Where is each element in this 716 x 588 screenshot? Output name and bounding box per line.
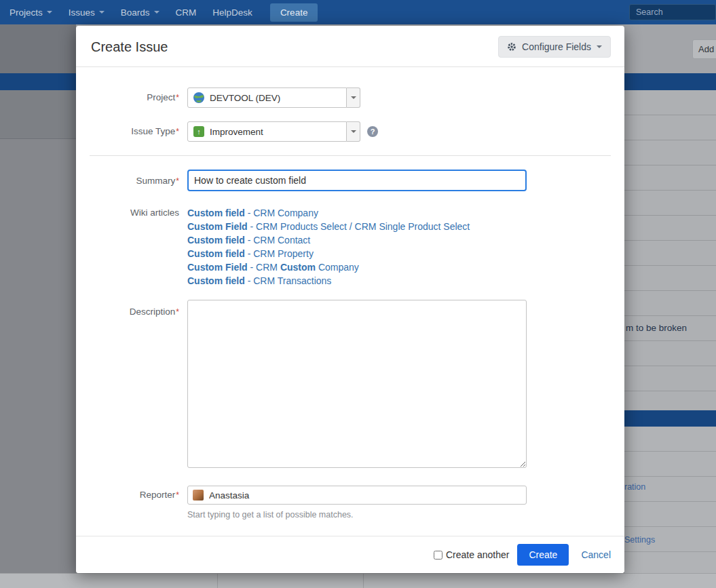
chevron-down-icon [351,130,356,133]
wiki-link-segment: Custom Field [187,221,248,232]
wiki-link-segment: - CRM Transactions [245,275,332,286]
background-gadget-header-bar [624,410,716,427]
issue-type-select-dropdown-button[interactable] [347,121,360,142]
required-marker: * [176,176,179,186]
navbar-create-button[interactable]: Create [270,3,318,22]
field-row-reporter: Reporter* Start typing to get a list of … [90,486,611,520]
wiki-link-segment: Custom field [187,275,245,286]
chevron-down-icon [351,96,356,99]
reporter-label: Reporter* [90,486,179,520]
background-gadget-rows [624,90,716,410]
reporter-input[interactable] [209,490,521,501]
background-link-configuration: ration [624,482,645,492]
nav-item-boards[interactable]: Boards [113,0,168,24]
dialog-body: Project* DEVTOOL (DEV) [76,67,624,536]
wiki-articles-label: Wiki articles [90,206,179,288]
nav-item-projects[interactable]: Projects [1,0,60,24]
nav-item-helpdesk[interactable]: HelpDesk [204,0,261,24]
chevron-down-icon [47,11,52,14]
wiki-link-segment: Custom field [187,208,245,218]
project-avatar-globe-icon [193,92,204,103]
wiki-article-link[interactable]: Custom field - CRM Property [187,247,470,260]
field-row-wiki-articles: Wiki articles Custom field - CRM Company… [90,206,611,288]
navbar-search [629,4,716,20]
project-select-value[interactable]: DEVTOOL (DEV) [187,87,347,108]
required-marker: * [176,307,179,317]
background-table-divider [217,573,218,588]
navbar-search-input[interactable] [629,4,716,20]
background-gadget-rows-lower [624,427,716,573]
nav-item-label: Issues [69,7,95,18]
description-label: Description* [90,300,179,468]
configure-fields-button[interactable]: Configure Fields [498,36,611,58]
wiki-links: Custom field - CRM CompanyCustom Field -… [187,206,470,288]
reporter-help-text: Start typing to get a list of possible m… [187,510,527,520]
nav-item-crm[interactable]: CRM [168,0,205,24]
background-left-panel-block [0,90,76,139]
wiki-link-segment: - CRM Products Select / CRM Single Produ… [248,221,470,232]
field-row-project: Project* DEVTOOL (DEV) [90,87,611,108]
wiki-link-segment: Custom field [187,235,245,246]
wiki-article-link[interactable]: Custom Field - CRM Products Select / CRM… [187,220,470,233]
background-table-divider [363,573,364,588]
field-row-description: Description* [90,300,611,468]
chevron-down-icon [597,45,602,48]
issue-type-help-icon[interactable]: ? [367,126,378,137]
top-navbar: Projects Issues Boards CRM HelpDesk Crea… [0,0,716,24]
create-another-label: Create another [446,549,509,560]
wiki-article-link[interactable]: Custom field - CRM Company [187,206,470,220]
project-select-dropdown-button[interactable] [347,87,360,108]
jira-screen: Projects Issues Boards CRM HelpDesk Crea… [0,0,716,588]
background-bottom-strip [0,573,716,588]
form-section-divider [90,155,611,156]
required-marker: * [176,93,179,102]
issue-type-select-value[interactable]: ↑ Improvement [187,121,347,142]
reporter-field[interactable] [187,486,527,505]
wiki-article-link[interactable]: Custom Field - CRM Custom Company [187,260,470,274]
create-button[interactable]: Create [517,544,569,566]
create-another-option[interactable]: Create another [434,549,509,560]
background-row-text-fragment: m to be broken [626,323,687,333]
wiki-link-segment: - CRM Property [245,248,314,259]
nav-item-label: Boards [121,7,150,18]
background-left-panel [0,90,76,573]
issue-type-select: ↑ Improvement [187,121,360,142]
wiki-link-segment: Custom [280,262,316,273]
nav-item-label: Projects [10,7,43,18]
nav-item-issues[interactable]: Issues [60,0,113,24]
wiki-link-segment: - CRM Company [245,208,318,218]
nav-item-label: HelpDesk [212,7,252,18]
wiki-link-segment: Custom Field [187,262,248,273]
summary-label: Summary* [90,170,179,193]
nav-item-label: CRM [176,7,197,18]
required-marker: * [176,127,179,136]
summary-input[interactable] [187,170,527,191]
field-row-issue-type: Issue Type* ↑ Improvement ? [90,121,611,142]
description-textarea[interactable] [187,300,527,468]
wiki-link-segment: - CRM Contact [245,235,310,246]
cancel-link[interactable]: Cancel [581,549,611,560]
wiki-link-segment: - CRM [248,262,280,273]
background-header-band-left [0,24,76,73]
configure-fields-label: Configure Fields [522,41,591,52]
improvement-icon: ↑ [193,126,204,137]
chevron-down-icon [154,11,159,14]
chevron-down-icon [99,11,105,14]
wiki-link-segment: Custom field [187,248,245,259]
dialog-header: Create Issue Configure Fields [76,26,624,67]
issue-type-select-text: Improvement [210,127,263,137]
project-select-text: DEVTOOL (DEV) [210,93,280,103]
field-row-summary: Summary* [90,170,611,193]
wiki-article-link[interactable]: Custom field - CRM Contact [187,233,470,247]
gear-icon [507,42,516,52]
dialog-footer: Create another Create Cancel [76,536,624,573]
required-marker: * [176,490,179,500]
dialog-title: Create Issue [91,39,168,55]
wiki-link-segment: Company [316,262,359,273]
issue-type-label: Issue Type* [90,121,179,142]
project-label: Project* [90,87,179,108]
create-another-checkbox[interactable] [434,551,442,560]
wiki-article-link[interactable]: Custom field - CRM Transactions [187,274,470,288]
project-select: DEVTOOL (DEV) [187,87,360,108]
add-gadget-button: Add g [692,39,716,59]
